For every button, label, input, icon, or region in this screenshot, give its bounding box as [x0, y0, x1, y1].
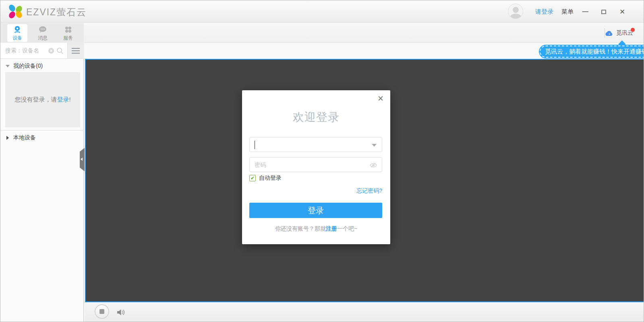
collapse-arrow-icon — [81, 158, 83, 161]
minimize-button[interactable] — [580, 6, 591, 17]
menu-button[interactable]: 菜单 — [561, 8, 574, 16]
sidebar-collapse-handle[interactable] — [80, 148, 85, 171]
titlebar: EZVIZ萤石云 请登录 菜单 ✕ — [0, 0, 644, 23]
titlebar-login-link[interactable]: 请登录 — [535, 8, 553, 16]
minimize-icon — [582, 11, 588, 12]
tab-devices-label: 设备 — [12, 35, 22, 42]
tab-services[interactable]: 服务 — [58, 24, 78, 42]
webcam-icon — [13, 25, 22, 34]
forgot-password-link[interactable]: 忘记密码? — [356, 187, 382, 195]
speaker-icon — [116, 307, 126, 317]
chevron-down-icon — [6, 65, 10, 67]
close-window-button[interactable]: ✕ — [617, 6, 628, 17]
password-field-wrap — [249, 157, 382, 172]
text-caret — [255, 141, 255, 149]
cloud-promo-bubble[interactable]: 觅讯云，躺着就能赚钱！快来开通赚钱！ — [539, 45, 644, 58]
login-hint-panel: 您没有登录，请登录! — [5, 72, 80, 127]
maximize-icon — [601, 10, 606, 14]
login-dialog: ✕ 欢迎登录 ✔ 自动登录 忘记密码? 登录 你还没有账号？那就注册一个 — [242, 90, 390, 244]
tab-messages[interactable]: 消息 — [33, 24, 53, 42]
clear-search-icon[interactable] — [48, 48, 54, 54]
device-search-bar[interactable]: 搜索：设备名 — [0, 43, 84, 59]
local-devices-section-header[interactable]: 本地设备 — [0, 130, 84, 145]
local-devices-label: 本地设备 — [13, 134, 36, 141]
password-visibility-icon[interactable] — [369, 161, 377, 169]
dialog-title: 欢迎登录 — [242, 110, 390, 125]
services-grid-icon — [64, 25, 72, 34]
chevron-right-icon — [6, 136, 9, 140]
avatar[interactable] — [508, 4, 523, 19]
cloud-service-button[interactable]: 觅讯云 — [605, 23, 633, 43]
username-input[interactable] — [250, 137, 382, 152]
dialog-close-button[interactable]: ✕ — [376, 93, 385, 103]
username-dropdown-icon[interactable] — [372, 144, 377, 147]
auto-login-label: 自动登录 — [259, 175, 282, 182]
username-field-wrap — [249, 137, 382, 152]
stop-button[interactable] — [95, 304, 109, 319]
auto-login-checkbox[interactable]: ✔ — [249, 175, 256, 181]
chat-bubble-icon — [38, 25, 47, 34]
search-icon[interactable] — [56, 47, 64, 54]
tab-messages-label: 消息 — [38, 35, 48, 42]
device-sidebar: 我的设备(0) 您没有登录，请登录! 本地设备 — [0, 59, 84, 322]
login-button[interactable]: 登录 — [249, 203, 382, 218]
search-input[interactable]: 搜索：设备名 — [5, 47, 39, 54]
main-tabbar: 设备 消息 服务 — [0, 23, 84, 43]
tab-devices[interactable]: 设备 — [7, 24, 27, 42]
auto-login-row: ✔ 自动登录 — [249, 175, 282, 182]
promo-bubble-text: 觅讯云，躺着就能赚钱！快来开通赚钱！ — [545, 48, 644, 56]
hamburger-icon — [72, 48, 80, 49]
ezviz-client-window: EZVIZ萤石云 请登录 菜单 ✕ 设备 — [0, 0, 644, 322]
maximize-button[interactable] — [598, 6, 609, 17]
volume-button[interactable] — [116, 307, 126, 317]
close-icon: ✕ — [619, 8, 625, 15]
cloud-icon — [605, 30, 613, 36]
my-devices-label: 我的设备(0) — [13, 62, 43, 70]
register-link[interactable]: 注册 — [326, 225, 337, 232]
playback-controls — [85, 302, 644, 322]
my-devices-section-header[interactable]: 我的设备(0) — [0, 60, 84, 73]
top-toolbar: 觅讯云 — [84, 23, 644, 43]
tab-services-label: 服务 — [63, 35, 73, 42]
sidebar-login-link[interactable]: 登录 — [57, 96, 69, 103]
password-input[interactable] — [250, 158, 382, 172]
notification-badge — [631, 28, 635, 32]
login-hint-text: 您没有登录，请登录! — [14, 96, 70, 104]
list-options-button[interactable] — [67, 43, 84, 58]
app-title: EZVIZ萤石云 — [26, 6, 87, 19]
stop-icon — [99, 309, 104, 314]
register-hint: 你还没有账号？那就注册一个吧~ — [242, 225, 390, 233]
ezviz-logo-icon — [8, 4, 23, 19]
